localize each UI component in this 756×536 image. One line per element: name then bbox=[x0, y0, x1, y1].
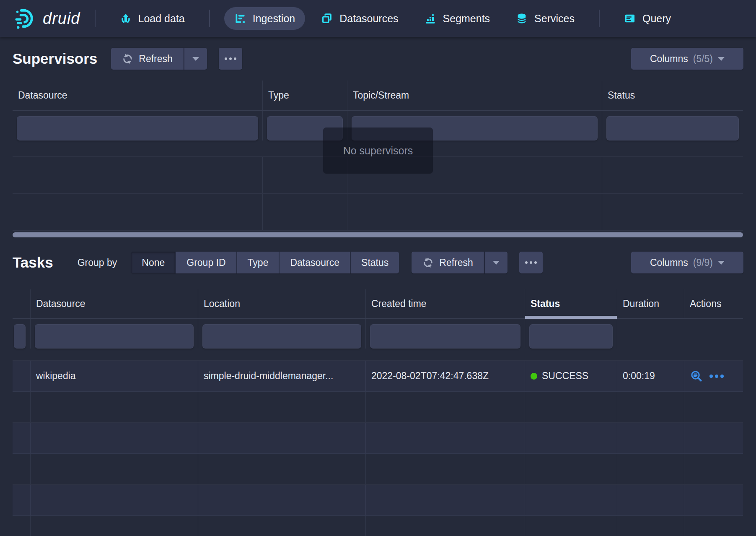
nav-item-segments[interactable]: Segments bbox=[414, 7, 500, 30]
column-header-status-sorted[interactable]: Status bbox=[525, 289, 617, 318]
status-filter-input[interactable] bbox=[606, 116, 739, 141]
location-filter-input[interactable] bbox=[202, 324, 361, 349]
tasks-more-button[interactable] bbox=[519, 252, 543, 273]
chevron-down-icon bbox=[192, 57, 199, 61]
query-icon bbox=[624, 13, 636, 24]
app-title: druid bbox=[43, 10, 80, 28]
nav-item-label: Segments bbox=[443, 13, 490, 25]
nav-item-services[interactable]: Services bbox=[506, 7, 585, 30]
supervisors-refresh-split-button: Refresh bbox=[111, 48, 207, 70]
datasource-filter-input[interactable] bbox=[17, 116, 258, 141]
supervisors-refresh-button[interactable]: Refresh bbox=[111, 48, 184, 70]
more-icon bbox=[525, 261, 528, 264]
status-label: SUCCESS bbox=[542, 370, 588, 382]
column-header-topic-stream[interactable]: Topic/Stream bbox=[347, 81, 602, 110]
horizontal-scrollbar[interactable] bbox=[13, 232, 743, 237]
refresh-icon bbox=[422, 257, 434, 268]
refresh-label: Refresh bbox=[439, 257, 473, 268]
datasources-icon bbox=[321, 13, 333, 24]
group-by-none-button[interactable]: None bbox=[131, 252, 175, 273]
top-nav: druid Load data Ingestion bbox=[0, 0, 756, 37]
columns-label: Columns bbox=[650, 257, 688, 268]
no-supervisors-overlay: No supervisors bbox=[323, 127, 433, 174]
tasks-title: Tasks bbox=[13, 254, 53, 271]
no-supervisors-message: No supervisors bbox=[343, 145, 413, 157]
column-header-location[interactable]: Location bbox=[198, 289, 366, 318]
supervisors-table: Datasource Type Topic/Stream Status No s… bbox=[13, 81, 743, 237]
nav-divider bbox=[209, 10, 210, 27]
column-header-created-time[interactable]: Created time bbox=[366, 289, 525, 318]
task-location-cell: simple-druid-middlemanager... bbox=[198, 361, 366, 391]
task-created-time-cell: 2022-08-02T07:42:47.638Z bbox=[366, 361, 525, 391]
columns-count: (9/9) bbox=[693, 257, 713, 268]
column-header-status[interactable]: Status bbox=[602, 81, 743, 110]
column-header-datasource[interactable]: Datasource bbox=[31, 289, 198, 318]
chevron-down-icon bbox=[718, 57, 725, 61]
app-logo[interactable]: druid bbox=[15, 7, 80, 30]
datasource-filter-input[interactable] bbox=[35, 324, 194, 349]
segments-icon bbox=[425, 13, 436, 24]
task-actions-cell bbox=[684, 361, 743, 391]
status-filter-input[interactable] bbox=[529, 324, 613, 349]
nav-item-label: Query bbox=[642, 13, 671, 25]
group-by-datasource-button[interactable]: Datasource bbox=[279, 252, 350, 273]
tasks-filter-row bbox=[13, 319, 743, 361]
supervisors-more-button[interactable] bbox=[219, 48, 242, 70]
horizontal-scrollbar-track bbox=[13, 232, 743, 237]
more-icon bbox=[225, 57, 227, 60]
tasks-table-header: Datasource Location Created time Status … bbox=[13, 289, 743, 319]
supervisors-view: Supervisors Refresh bbox=[0, 48, 756, 237]
task-id-filter-input[interactable] bbox=[14, 324, 26, 349]
status-success-dot bbox=[531, 373, 537, 380]
empty-row bbox=[13, 485, 743, 516]
nav-item-query[interactable]: Query bbox=[614, 7, 681, 30]
task-actions-menu-icon[interactable] bbox=[709, 375, 724, 378]
task-status-cell: SUCCESS bbox=[525, 361, 617, 391]
empty-row bbox=[13, 392, 743, 423]
ingestion-icon bbox=[234, 13, 246, 24]
group-by-group-id-button[interactable]: Group ID bbox=[175, 252, 236, 273]
empty-row bbox=[13, 423, 743, 454]
nav-item-datasources[interactable]: Datasources bbox=[311, 7, 408, 30]
nav-item-label: Ingestion bbox=[253, 13, 295, 25]
tasks-table: Datasource Location Created time Status … bbox=[13, 289, 743, 536]
nav-item-ingestion[interactable]: Ingestion bbox=[224, 7, 305, 30]
tasks-refresh-button[interactable]: Refresh bbox=[412, 252, 484, 273]
refresh-label: Refresh bbox=[139, 53, 173, 65]
upload-icon bbox=[120, 13, 132, 24]
group-by-label: Group by bbox=[78, 257, 117, 268]
column-header-blank bbox=[13, 289, 31, 318]
column-header-type[interactable]: Type bbox=[263, 81, 347, 110]
created-time-filter-input[interactable] bbox=[370, 324, 520, 349]
nav-item-load-data[interactable]: Load data bbox=[110, 7, 195, 30]
column-header-datasource[interactable]: Datasource bbox=[13, 81, 263, 110]
nav-item-label: Datasources bbox=[339, 13, 398, 25]
sort-indicator bbox=[525, 316, 617, 319]
nav-divider bbox=[95, 10, 96, 27]
chevron-down-icon bbox=[718, 261, 725, 265]
columns-label: Columns bbox=[650, 53, 688, 65]
refresh-icon bbox=[122, 53, 133, 65]
columns-count: (5/5) bbox=[693, 53, 713, 65]
nav-item-label: Load data bbox=[138, 13, 185, 25]
tasks-refresh-split-button: Refresh bbox=[412, 252, 507, 273]
group-by-type-button[interactable]: Type bbox=[236, 252, 279, 273]
tasks-columns-button[interactable]: Columns (9/9) bbox=[631, 252, 743, 273]
supervisors-columns-button[interactable]: Columns (5/5) bbox=[631, 48, 743, 70]
nav-divider bbox=[599, 10, 600, 27]
chevron-down-icon bbox=[493, 261, 500, 265]
druid-logo-icon bbox=[15, 7, 38, 30]
nav-item-label: Services bbox=[534, 13, 575, 25]
tasks-view: Tasks Group by None Group ID Type Dataso… bbox=[0, 252, 756, 536]
group-by-status-button[interactable]: Status bbox=[350, 252, 399, 273]
supervisors-refresh-interval-button[interactable] bbox=[184, 48, 207, 70]
task-detail-magnifier-icon[interactable] bbox=[690, 369, 703, 382]
empty-row bbox=[13, 194, 743, 231]
tasks-refresh-interval-button[interactable] bbox=[484, 252, 507, 273]
task-duration-cell: 0:00:19 bbox=[617, 361, 684, 391]
task-datasource-cell: wikipedia bbox=[31, 361, 198, 391]
supervisors-table-header: Datasource Type Topic/Stream Status bbox=[13, 81, 743, 111]
column-header-duration[interactable]: Duration bbox=[617, 289, 684, 318]
column-header-actions[interactable]: Actions bbox=[684, 289, 743, 318]
services-icon bbox=[516, 13, 528, 24]
